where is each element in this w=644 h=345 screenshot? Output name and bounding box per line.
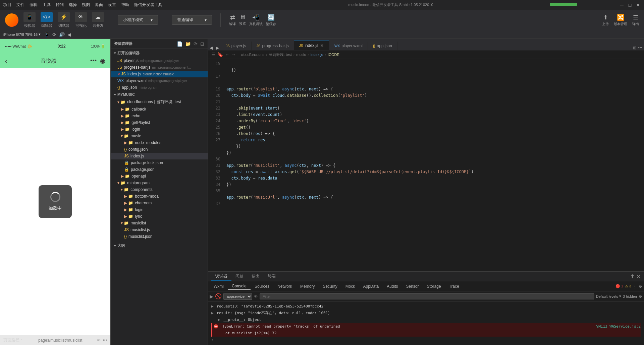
lyric-folder[interactable]: ▶ 📁 lyric (111, 213, 208, 220)
clearstore-button[interactable]: 🔄 清缓存 (266, 14, 276, 26)
expand-arrow1[interactable]: ▶ (211, 304, 214, 308)
translate-button[interactable]: ⇄ 编译 (229, 14, 236, 26)
breadcrumb-back-icon[interactable]: ← (225, 52, 229, 57)
eye-console-icon[interactable]: 👁 (254, 294, 258, 299)
musiclist-js-file[interactable]: JS musiclist.js (111, 226, 208, 233)
share-icon[interactable]: ◉ (100, 57, 105, 65)
device-selector[interactable]: iPhone 6/7/8 75% 16 ▾ (3, 32, 41, 37)
breadcrumb-music[interactable]: music (297, 53, 306, 57)
split-editor-icon[interactable]: ⊞ (633, 46, 636, 50)
upload-button[interactable]: ⬆ 上传 (602, 14, 609, 26)
error-link[interactable]: VM113 WAService.js:2 (596, 324, 641, 329)
new-file-icon[interactable]: 📄 (177, 41, 182, 47)
console-output[interactable]: ▶ requestID: "lafd9f1e-8285-11eb-ae53-52… (208, 301, 644, 345)
wifi-icon[interactable]: ◀ (67, 32, 71, 37)
components-folder[interactable]: ▾ 📁 components (111, 186, 208, 193)
tab-debugger[interactable]: 调试器 (211, 272, 231, 281)
openapi-folder[interactable]: ▶ 📁 openapi (111, 173, 208, 180)
menu-interface[interactable]: 界面 (95, 2, 103, 8)
open-file-player-js[interactable]: JS player.js miniprogram\pages\player (111, 57, 208, 64)
breadcrumb-forward-icon[interactable]: → (231, 52, 236, 57)
simulator-button[interactable]: 📱 模拟器 (23, 12, 36, 28)
open-file-progressbar-js[interactable]: JS progress-bar.js miniprogram\component… (111, 64, 208, 71)
console-filter-input[interactable] (260, 293, 594, 299)
default-levels-selector[interactable]: Default levels ▾ (596, 294, 621, 298)
open-file-app-json[interactable]: {} app.json miniprogram (111, 84, 208, 91)
more-tabs-icon[interactable]: ••• (638, 46, 642, 50)
more-dots[interactable]: ••• (90, 57, 97, 65)
chatroom-folder[interactable]: ▶ 📁 chatroom (111, 200, 208, 206)
login-folder[interactable]: ▶ 📁 login (111, 126, 208, 133)
realtest-button[interactable]: 📲 真机调试 (249, 14, 263, 26)
devtools-tab-sensor[interactable]: Sensor (402, 283, 423, 290)
devtools-tab-security[interactable]: Security (319, 283, 341, 290)
sound-icon[interactable]: 🔊 (59, 32, 65, 37)
tab-player-wxml[interactable]: WX player.wxml (329, 42, 368, 50)
getplaylist-folder[interactable]: ▶ 📁 getPlaylist (111, 119, 208, 126)
version-button[interactable]: 🔀 版本管理 (614, 14, 627, 26)
index-js-file[interactable]: JS index.js (111, 153, 208, 159)
menu-settings[interactable]: 设置 (108, 2, 116, 8)
console-input[interactable] (215, 338, 641, 342)
close-file-icon[interactable]: ✕ (117, 72, 120, 76)
visual-button[interactable]: 👁 可视化 (75, 12, 87, 28)
expand-arrow2[interactable]: ▶ (211, 311, 214, 315)
menu-project[interactable]: 项目 (3, 2, 11, 8)
preview-button[interactable]: 🖥 预览 (239, 14, 246, 26)
cloud-button[interactable]: ☁ 云开发 (92, 12, 104, 28)
menu-edit[interactable]: 编辑 (30, 2, 38, 8)
miniprogram-folder[interactable]: ▾ 📁 miniprogram (111, 180, 208, 186)
devtools-tab-sources[interactable]: Sources (251, 283, 273, 290)
maximize-button[interactable]: □ (627, 2, 633, 8)
music-folder[interactable]: ▾ 📁 music (111, 133, 208, 139)
mymusic-header[interactable]: ▾ MYMUSIC (111, 91, 208, 98)
breadcrumb-indexjs[interactable]: index.js (311, 53, 323, 57)
package-lock-file[interactable]: 🔒 package-lock.json (111, 159, 208, 166)
debugger-button[interactable]: ⚡ 调试器 (58, 12, 70, 28)
collapse-icon[interactable]: ⊟ (200, 41, 204, 47)
open-file-index-js[interactable]: ✕ JS index.js cloudfunctions\music (111, 71, 208, 77)
login2-folder[interactable]: ▶ 📁 login (111, 206, 208, 213)
menu-view[interactable]: 视图 (82, 2, 90, 8)
open-editors-header[interactable]: ▾ 打开的编辑器 (111, 49, 208, 57)
devtools-tab-mock[interactable]: Mock (341, 283, 359, 290)
musiclist-folder[interactable]: ▾ 📁 musiclist (111, 220, 208, 226)
node-modules-folder[interactable]: ▶ 📁 node_modules (111, 139, 208, 146)
close-button[interactable]: ✕ (635, 2, 641, 8)
close-panel-icon[interactable]: ✕ (636, 273, 641, 280)
minimize-button[interactable]: ─ (619, 2, 625, 8)
menu-tools[interactable]: 工具 (43, 2, 51, 8)
console-settings-icon[interactable]: ⚙ (639, 294, 642, 299)
breadcrumb-menu-icon[interactable]: ☰ (211, 52, 216, 57)
compile-selector[interactable]: 普通编译 ▾ (172, 15, 212, 25)
breadcrumb-icode[interactable]: ICODE (328, 53, 339, 57)
breadcrumb-bookmark-icon[interactable]: 🔖 (217, 52, 223, 57)
console-input-line[interactable]: › (211, 337, 641, 343)
menu-select[interactable]: 选择 (69, 2, 77, 8)
expand-arrow3[interactable]: ▶ (218, 318, 220, 322)
tab-issues[interactable]: 问题 (231, 272, 248, 281)
tab-player-js[interactable]: JS player.js (221, 42, 252, 50)
devtools-tab-trace[interactable]: Trace (445, 283, 463, 290)
devtools-settings-icon[interactable]: ⚙ (639, 284, 642, 289)
open-file-player-wxml[interactable]: WX player.wxml miniprogram\pages\player (111, 77, 208, 84)
console-execute-icon[interactable]: ▶ (210, 294, 213, 299)
refresh-icon[interactable]: ⟳ (194, 41, 198, 47)
callback-folder[interactable]: ▶ 📁 callback (111, 106, 208, 113)
cloudfunctions-folder[interactable]: ▾ 📁 cloudfunctions | 当前环境: test (111, 98, 208, 106)
breadcrumb-cloudfunctions[interactable]: cloudfunctions (241, 53, 264, 57)
devtools-more-icon[interactable]: ⋮ (633, 284, 637, 289)
devtools-tab-appdata[interactable]: AppData (359, 283, 383, 290)
menu-wechat[interactable]: 微信开发者工具 (134, 2, 162, 8)
bottom-modal-folder[interactable]: ▶ 📁 bottom-modal (111, 193, 208, 200)
editor-button[interactable]: </> 编辑器 (41, 12, 53, 28)
detail-button[interactable]: ☰ 详情 (632, 14, 639, 26)
rotate-icon[interactable]: ⟳ (52, 32, 56, 37)
devtools-tab-memory[interactable]: Memory (296, 283, 319, 290)
devtools-tab-console[interactable]: Console (228, 283, 251, 290)
code-area[interactable]: }) app.router('playlist', async(ctx, nex… (223, 59, 644, 264)
outline-header[interactable]: ▾ 大纲 (111, 242, 208, 250)
devtools-tab-network[interactable]: Network (273, 283, 296, 290)
menu-goto[interactable]: 转到 (56, 2, 64, 8)
tab-nav-next[interactable]: ▶ (214, 46, 221, 50)
